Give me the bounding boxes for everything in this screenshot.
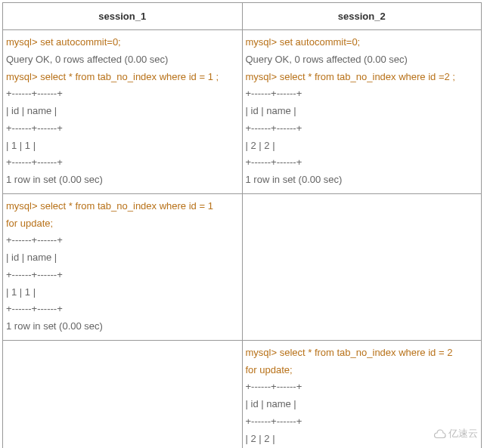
- sql-output: +------+------+: [246, 120, 479, 137]
- session1-cell-1: mysql> set autocommit=0; Query OK, 0 row…: [3, 30, 243, 194]
- session2-cell-2-empty: [242, 193, 482, 340]
- sql-output: | 1 | 1 |: [6, 137, 239, 155]
- sql-command: mysql> select * from tab_no_index where …: [246, 344, 479, 362]
- sql-command: mysql> select * from tab_no_index where …: [6, 69, 239, 86]
- sql-command: mysql> set autocommit=0;: [246, 34, 479, 51]
- table-row: mysql> select * from tab_no_index where …: [3, 340, 482, 448]
- sql-output: +------+------+: [6, 267, 239, 284]
- sql-output: +------+------+: [6, 301, 239, 318]
- session2-cell-1: mysql> set autocommit=0; Query OK, 0 row…: [242, 30, 482, 194]
- sql-output: | id | name |: [246, 396, 479, 413]
- table-row: mysql> set autocommit=0; Query OK, 0 row…: [3, 30, 482, 194]
- sql-output: | 2 | 2 |: [246, 137, 479, 155]
- session1-cell-2: mysql> select * from tab_no_index where …: [3, 193, 243, 340]
- table-row: mysql> select * from tab_no_index where …: [3, 193, 482, 340]
- sql-output: +------+------+: [246, 85, 479, 103]
- sql-output: 1 row in set (0.00 sec): [246, 171, 479, 189]
- sql-output: | id | name |: [246, 103, 479, 120]
- sql-output: 1 row in set (0.00 sec): [6, 171, 239, 189]
- cloud-icon: [432, 429, 447, 440]
- sql-output: +------+------+: [246, 378, 479, 396]
- sql-output: | id | name |: [6, 103, 239, 120]
- sql-output: +------+------+: [6, 120, 239, 137]
- sql-output: 1 row in set (0.00 sec): [6, 318, 239, 335]
- sql-output: | 1 | 1 |: [6, 284, 239, 301]
- table-header-row: session_1 session_2: [3, 3, 482, 30]
- watermark-text: 亿速云: [448, 428, 478, 439]
- sql-command: mysql> set autocommit=0;: [6, 34, 239, 51]
- sql-output: Query OK, 0 rows affected (0.00 sec): [246, 51, 479, 69]
- sql-output: +------+------+: [6, 154, 239, 171]
- sql-output: +------+------+: [246, 154, 479, 171]
- sql-command: mysql> select * from tab_no_index where …: [246, 69, 479, 86]
- sql-output: | id | name |: [6, 249, 239, 267]
- sql-command: for update;: [6, 215, 239, 233]
- sql-output: Query OK, 0 rows affected (0.00 sec): [6, 51, 239, 69]
- sql-command: for update;: [246, 362, 479, 379]
- header-session-1: session_1: [3, 3, 243, 30]
- session-comparison-table: session_1 session_2 mysql> set autocommi…: [2, 2, 482, 448]
- session1-cell-3-empty: [3, 340, 243, 448]
- sql-output: +------+------+: [6, 85, 239, 103]
- sql-command: mysql> select * from tab_no_index where …: [6, 198, 239, 215]
- header-session-2: session_2: [242, 3, 482, 30]
- watermark: 亿速云: [432, 427, 478, 440]
- sql-output: +------+------+: [6, 232, 239, 249]
